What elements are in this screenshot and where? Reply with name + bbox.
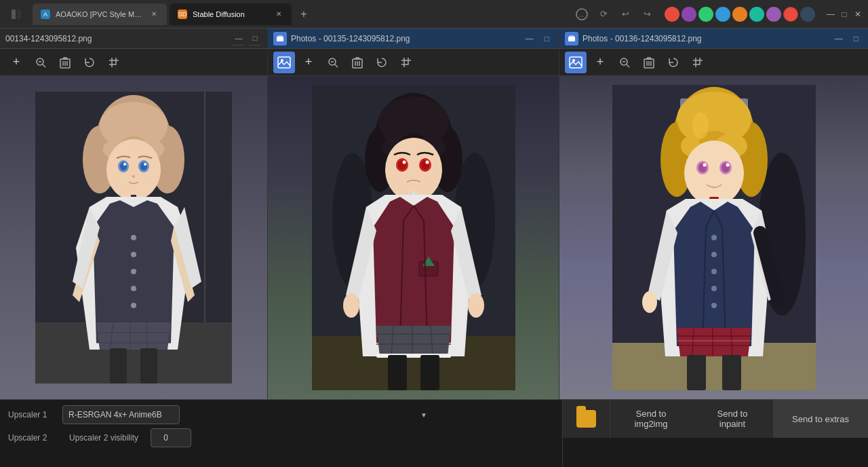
ext-icon-4[interactable] bbox=[715, 7, 730, 22]
svg-point-70 bbox=[402, 161, 406, 164]
browser-icon-2[interactable]: ⟳ bbox=[594, 5, 613, 24]
upscaler1-select[interactable]: R-ESRGAN 4x+ Anime6B bbox=[62, 405, 180, 424]
upscaler2-label: Upscaler 2 bbox=[8, 433, 56, 443]
svg-rect-87 bbox=[570, 57, 582, 68]
ext-icon-6[interactable] bbox=[749, 7, 764, 22]
left-toolbar: + bbox=[0, 49, 267, 76]
middle-add-btn[interactable]: + bbox=[298, 52, 319, 73]
upscaler2-row: Upscaler 2 Upscaler 2 visibility bbox=[8, 428, 433, 447]
upscaler1-row: Upscaler 1 R-ESRGAN 4x+ Anime6B bbox=[8, 405, 433, 424]
svg-point-71 bbox=[425, 161, 429, 164]
left-minimize-btn[interactable]: — bbox=[232, 32, 245, 45]
svg-point-111 bbox=[684, 141, 744, 206]
middle-delete-btn[interactable] bbox=[347, 52, 368, 73]
svg-rect-41 bbox=[110, 348, 127, 384]
upscaler1-label: Upscaler 1 bbox=[8, 410, 56, 419]
folder-button[interactable] bbox=[563, 400, 610, 438]
tab-label-1: AOAOKO [PVC Style Model] - P... bbox=[56, 10, 144, 18]
middle-minimize-btn[interactable]: — bbox=[521, 33, 538, 45]
ext-icon-9[interactable] bbox=[800, 7, 815, 22]
svg-rect-86 bbox=[568, 37, 575, 41]
middle-crop-btn[interactable] bbox=[395, 52, 417, 73]
right-add-btn[interactable]: + bbox=[589, 52, 611, 73]
ext-icon-8[interactable] bbox=[783, 7, 798, 22]
svg-line-5 bbox=[43, 64, 45, 67]
svg-point-34 bbox=[131, 286, 136, 291]
browser-icon-1[interactable]: … bbox=[572, 5, 591, 24]
right-delete-btn[interactable] bbox=[638, 52, 660, 73]
ext-icon-3[interactable] bbox=[698, 7, 713, 22]
svg-point-116 bbox=[703, 164, 706, 167]
svg-point-28 bbox=[144, 163, 146, 166]
tab-close-2[interactable]: ✕ bbox=[274, 10, 283, 19]
ext-icon-1[interactable] bbox=[665, 7, 679, 22]
browser-maximize[interactable]: □ bbox=[840, 10, 849, 19]
browser-icon-4[interactable]: ↪ bbox=[637, 5, 656, 24]
tab-label-2: Stable Diffusion bbox=[193, 10, 245, 18]
middle-title-icon bbox=[273, 32, 287, 45]
left-maximize-btn[interactable]: □ bbox=[248, 32, 262, 45]
browser-icon-3[interactable]: ↩ bbox=[616, 5, 635, 24]
right-rotate-btn[interactable] bbox=[663, 52, 684, 73]
send-to-extras-button[interactable]: Send to extras bbox=[773, 400, 868, 438]
character-1-svg bbox=[35, 92, 232, 384]
tab-favicon-1: A bbox=[41, 10, 50, 19]
middle-panel: Photos - 00135-1243095812.png — □ + bbox=[268, 29, 559, 399]
middle-zoom-btn[interactable] bbox=[322, 52, 344, 73]
svg-text:…: … bbox=[579, 12, 585, 18]
right-image-content bbox=[559, 76, 868, 399]
browser-close[interactable]: ✕ bbox=[853, 10, 863, 19]
right-zoom-btn[interactable] bbox=[614, 52, 635, 73]
browser-chrome: A AOAOKO [PVC Style Model] - P... ✕ SD S… bbox=[0, 0, 868, 29]
svg-point-120 bbox=[711, 252, 717, 257]
left-titlebar: 00134-1243095812.png — □ bbox=[0, 29, 267, 49]
svg-point-123 bbox=[711, 303, 717, 308]
left-delete-btn[interactable] bbox=[54, 52, 76, 73]
middle-maximize-btn[interactable]: □ bbox=[540, 33, 553, 45]
middle-rotate-btn[interactable] bbox=[371, 52, 393, 73]
svg-rect-131 bbox=[722, 355, 741, 390]
right-maximize-btn[interactable]: □ bbox=[850, 33, 863, 45]
left-zoom-btn[interactable] bbox=[30, 52, 52, 73]
send-to-inpaint-button[interactable]: Send to inpaint bbox=[692, 400, 773, 438]
tab-close-1[interactable]: ✕ bbox=[149, 10, 159, 19]
left-image-content bbox=[0, 76, 267, 399]
left-crop-btn[interactable] bbox=[103, 52, 125, 73]
ext-icon-2[interactable] bbox=[682, 7, 696, 22]
right-panel: Photos - 00136-1243095812.png — □ + bbox=[559, 29, 868, 399]
ext-icon-5[interactable] bbox=[732, 7, 747, 22]
action-buttons: Send to img2img Send to inpaint Send to … bbox=[562, 400, 868, 467]
browser-minimize[interactable]: — bbox=[826, 10, 835, 19]
send-to-img2img-button[interactable]: Send to img2img bbox=[610, 400, 692, 438]
character-2-svg bbox=[312, 85, 515, 390]
upscaler2-visibility-input[interactable] bbox=[151, 428, 191, 447]
svg-rect-43 bbox=[277, 37, 283, 41]
browser-tab-2[interactable]: SD Stable Diffusion ✕ bbox=[170, 3, 292, 25]
right-image-btn[interactable] bbox=[565, 52, 587, 73]
svg-rect-42 bbox=[140, 348, 157, 384]
svg-point-119 bbox=[711, 235, 717, 240]
middle-title-text: Photos - 00135-1243095812.png bbox=[291, 34, 521, 43]
svg-rect-0 bbox=[12, 10, 16, 19]
main-area: 00134-1243095812.png — □ + bbox=[0, 29, 868, 467]
left-add-btn[interactable]: + bbox=[5, 52, 27, 73]
new-tab-button[interactable]: + bbox=[294, 5, 313, 24]
svg-line-47 bbox=[335, 64, 338, 67]
svg-rect-81 bbox=[376, 354, 451, 358]
browser-tab-1[interactable]: A AOAOKO [PVC Style Model] - P... ✕ bbox=[33, 3, 167, 25]
svg-point-85 bbox=[468, 293, 484, 318]
upscaler1-select-wrapper: R-ESRGAN 4x+ Anime6B bbox=[62, 405, 433, 424]
svg-point-84 bbox=[343, 293, 359, 318]
svg-line-90 bbox=[627, 64, 629, 67]
svg-rect-130 bbox=[687, 355, 706, 390]
right-crop-btn[interactable] bbox=[687, 52, 709, 73]
sidebar-toggle[interactable] bbox=[5, 3, 27, 25]
middle-image-btn[interactable] bbox=[273, 52, 295, 73]
left-rotate-btn[interactable] bbox=[79, 52, 100, 73]
bottom-controls: Upscaler 1 R-ESRGAN 4x+ Anime6B Upscaler… bbox=[0, 400, 441, 467]
svg-point-32 bbox=[131, 252, 136, 257]
svg-point-31 bbox=[131, 235, 136, 240]
middle-toolbar: + bbox=[268, 49, 559, 76]
right-minimize-btn[interactable]: — bbox=[831, 33, 847, 45]
ext-icon-7[interactable] bbox=[766, 7, 781, 22]
